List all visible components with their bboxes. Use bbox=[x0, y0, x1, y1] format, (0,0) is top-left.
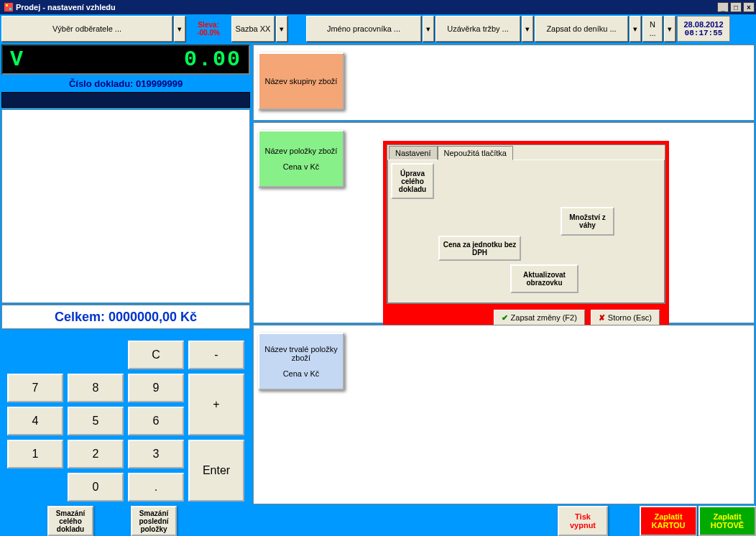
cancel-label: Storno (Esc) bbox=[608, 313, 652, 322]
keypad: C - 7 8 9 + 4 5 6 1 2 3 Enter 0 . bbox=[1, 338, 250, 504]
delete-whole-doc-button[interactable]: Smazání celého dokladu bbox=[47, 506, 93, 536]
discount-value: -00.0% bbox=[197, 29, 220, 37]
tab-unused-buttons[interactable]: Nepoužitá tlačítka bbox=[438, 146, 513, 160]
save-changes-button[interactable]: ✔ Zapsat změny (F2) bbox=[494, 310, 585, 326]
datetime-box: 28.08.2012 08:17:55 bbox=[677, 16, 730, 42]
maximize-button[interactable]: □ bbox=[730, 2, 742, 12]
journal-label: Zapsat do deníku ... bbox=[546, 24, 616, 33]
title-bar: Prodej - nastavení vzhledu _ □ × bbox=[0, 0, 756, 14]
key-8[interactable]: 8 bbox=[68, 374, 124, 402]
key-9[interactable]: 9 bbox=[128, 374, 184, 402]
tab-settings[interactable]: Nastavení bbox=[389, 146, 438, 160]
key-6[interactable]: 6 bbox=[128, 407, 184, 435]
journal-dropdown[interactable]: ▾ bbox=[630, 16, 641, 42]
time-label: 08:17:55 bbox=[685, 29, 723, 37]
journal-button[interactable]: Zapsat do deníku ... bbox=[535, 16, 628, 42]
group-tile-label: Název skupiny zboží bbox=[265, 77, 338, 86]
save-label: Zapsat změny (F2) bbox=[511, 313, 577, 322]
key-enter[interactable]: Enter bbox=[188, 440, 244, 502]
discount-label: Sleva: bbox=[198, 21, 218, 29]
customer-label: Výběr odběratele ... bbox=[52, 24, 121, 33]
key-7[interactable]: 7 bbox=[7, 374, 63, 402]
n-label: N ... bbox=[646, 20, 659, 37]
date-label: 28.08.2012 bbox=[683, 20, 723, 29]
closing-dropdown[interactable]: ▾ bbox=[522, 16, 533, 42]
rate-label: Sazba XX bbox=[236, 24, 271, 33]
closing-button[interactable]: Uzávěrka tržby ... bbox=[435, 16, 520, 42]
check-icon: ✔ bbox=[502, 313, 508, 323]
customer-select-button[interactable]: Výběr odběratele ... bbox=[1, 16, 172, 42]
items-area[interactable]: Název položky zboží Cena v Kč Nastavení … bbox=[253, 122, 755, 323]
btn-qty-from-scale[interactable]: Množství z váhy bbox=[561, 207, 614, 236]
top-toolbar: Výběr odběratele ... ▾ Sleva: -00.0% Saz… bbox=[0, 14, 756, 43]
item-tile-price: Cena v Kč bbox=[283, 162, 320, 171]
customer-dropdown[interactable]: ▾ bbox=[174, 16, 185, 42]
close-button[interactable]: × bbox=[743, 2, 755, 12]
groups-area[interactable]: Název skupiny zboží bbox=[253, 45, 755, 121]
svg-rect-1 bbox=[6, 4, 8, 6]
employee-dropdown[interactable]: ▾ bbox=[423, 16, 434, 42]
rate-button[interactable]: Sazba XX bbox=[231, 16, 275, 42]
key-dot[interactable]: . bbox=[128, 473, 184, 502]
window-title: Prodej - nastavení vzhledu bbox=[16, 3, 716, 11]
key-1[interactable]: 1 bbox=[7, 440, 63, 468]
display: V 0.00 bbox=[1, 45, 250, 75]
settings-dialog: Nastavení Nepoužitá tlačítka Úprava celé… bbox=[383, 141, 669, 337]
header-bar bbox=[1, 92, 250, 108]
perm-tile-price: Cena v Kč bbox=[283, 369, 320, 378]
rate-dropdown[interactable]: ▾ bbox=[276, 16, 287, 42]
pay-cash-button[interactable]: Zaplatit HOTOVĚ bbox=[699, 506, 756, 536]
discount-display: Sleva: -00.0% bbox=[187, 16, 230, 42]
pay-card-button[interactable]: Zaplatit KARTOU bbox=[640, 506, 697, 536]
footer-bar: Smazání celého dokladu Smazání poslední … bbox=[0, 506, 756, 536]
item-tile-name: Název položky zboží bbox=[265, 147, 338, 155]
n-button[interactable]: N ... bbox=[642, 16, 663, 42]
key-minus[interactable]: - bbox=[188, 341, 244, 369]
items-list[interactable] bbox=[1, 109, 250, 303]
key-plus[interactable]: + bbox=[188, 374, 244, 435]
n-dropdown[interactable]: ▾ bbox=[664, 16, 676, 42]
closing-label: Uzávěrka tržby ... bbox=[447, 24, 509, 33]
svg-rect-2 bbox=[9, 8, 11, 10]
print-off-button[interactable]: Tisk vypnut bbox=[558, 506, 608, 536]
cancel-button[interactable]: ✘ Storno (Esc) bbox=[591, 310, 660, 326]
employee-label: Jméno pracovníka ... bbox=[327, 24, 400, 33]
display-symbol: V bbox=[10, 47, 23, 72]
delete-last-item-button[interactable]: Smazání poslední položky bbox=[131, 506, 177, 536]
svg-rect-0 bbox=[4, 3, 13, 11]
dialog-body: Úprava celého dokladu Množství z váhy Ce… bbox=[387, 160, 665, 303]
permanent-item-tile[interactable]: Název trvalé položky zboží Cena v Kč bbox=[258, 333, 344, 390]
key-3[interactable]: 3 bbox=[128, 440, 184, 468]
key-0[interactable]: 0 bbox=[68, 473, 124, 502]
dialog-tabs: Nastavení Nepoužitá tlačítka bbox=[389, 146, 513, 160]
left-panel: V 0.00 Číslo dokladu: 019999999 Celkem: … bbox=[0, 43, 252, 506]
minimize-button[interactable]: _ bbox=[717, 2, 729, 12]
key-5[interactable]: 5 bbox=[68, 407, 124, 435]
employee-select-button[interactable]: Jméno pracovníka ... bbox=[306, 16, 421, 42]
app-icon bbox=[4, 2, 14, 12]
key-c[interactable]: C bbox=[128, 341, 184, 369]
key-4[interactable]: 4 bbox=[7, 407, 63, 435]
cancel-icon: ✘ bbox=[599, 313, 605, 323]
group-tile[interactable]: Název skupiny zboží bbox=[258, 52, 344, 110]
right-panel: Název skupiny zboží Název položky zboží … bbox=[252, 43, 756, 506]
display-value: 0.00 bbox=[184, 47, 241, 72]
btn-refresh-screen[interactable]: Aktualizovat obrazovku bbox=[510, 264, 578, 293]
btn-edit-document[interactable]: Úprava celého dokladu bbox=[391, 163, 434, 199]
item-tile[interactable]: Název položky zboží Cena v Kč bbox=[258, 130, 344, 188]
permanent-items-area[interactable]: Název trvalé položky zboží Cena v Kč bbox=[253, 325, 755, 504]
spacer bbox=[289, 16, 305, 42]
key-2[interactable]: 2 bbox=[68, 440, 124, 468]
btn-unit-price-no-vat[interactable]: Cena za jednotku bez DPH bbox=[438, 236, 521, 261]
perm-tile-name: Název trvalé položky zboží bbox=[259, 345, 343, 362]
total-display: Celkem: 0000000,00 Kč bbox=[1, 305, 250, 329]
document-number: Číslo dokladu: 019999999 bbox=[1, 76, 250, 91]
